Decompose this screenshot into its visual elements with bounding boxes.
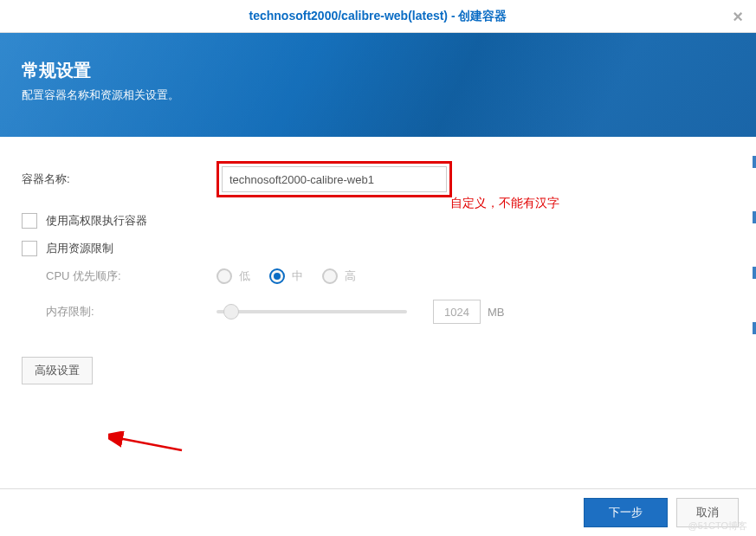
resource-limit-checkbox[interactable] — [22, 241, 37, 256]
cpu-label-high: 高 — [345, 268, 356, 284]
container-name-label: 容器名称: — [22, 171, 216, 187]
resource-limit-label: 启用资源限制 — [46, 241, 113, 256]
cpu-priority-group: 低 中 高 — [216, 268, 368, 284]
arrow-annotation-icon — [108, 431, 186, 457]
banner: 常规设置 配置容器名称和资源相关设置。 — [0, 33, 756, 137]
advanced-settings-button[interactable]: 高级设置 — [22, 357, 93, 384]
cpu-radio-high[interactable] — [322, 268, 338, 284]
cpu-label-mid: 中 — [292, 268, 303, 284]
close-icon[interactable]: × — [733, 7, 743, 27]
watermark: @51CTO博客 — [688, 520, 747, 533]
cpu-label-low: 低 — [239, 268, 250, 284]
footer: 下一步 取消 — [0, 488, 756, 536]
svg-line-1 — [119, 438, 182, 450]
annotation-box — [216, 161, 452, 197]
banner-title: 常规设置 — [22, 59, 734, 82]
titlebar: technosoft2000/calibre-web(latest) - 创建容… — [0, 0, 756, 33]
next-button[interactable]: 下一步 — [584, 498, 668, 527]
mem-slider-thumb[interactable] — [223, 304, 239, 320]
cpu-radio-mid[interactable] — [269, 268, 285, 284]
mem-limit-label: 内存限制: — [46, 304, 216, 320]
side-marks — [753, 156, 756, 334]
container-name-input[interactable] — [222, 166, 447, 192]
form-area: 容器名称: 自定义，不能有汉字 使用高权限执行容器 启用资源限制 CPU 优先顺… — [0, 137, 756, 393]
annotation-text: 自定义，不能有汉字 — [450, 196, 559, 211]
high-priv-label: 使用高权限执行容器 — [46, 213, 147, 229]
cpu-priority-label: CPU 优先顺序: — [46, 268, 216, 284]
banner-subtitle: 配置容器名称和资源相关设置。 — [22, 87, 734, 103]
cpu-radio-low[interactable] — [216, 268, 232, 284]
mem-slider[interactable] — [216, 310, 407, 313]
mem-value-input[interactable] — [433, 300, 481, 324]
mem-unit-label: MB — [488, 306, 505, 319]
titlebar-text: technosoft2000/calibre-web(latest) - 创建容… — [249, 9, 507, 24]
high-priv-checkbox[interactable] — [22, 213, 37, 229]
